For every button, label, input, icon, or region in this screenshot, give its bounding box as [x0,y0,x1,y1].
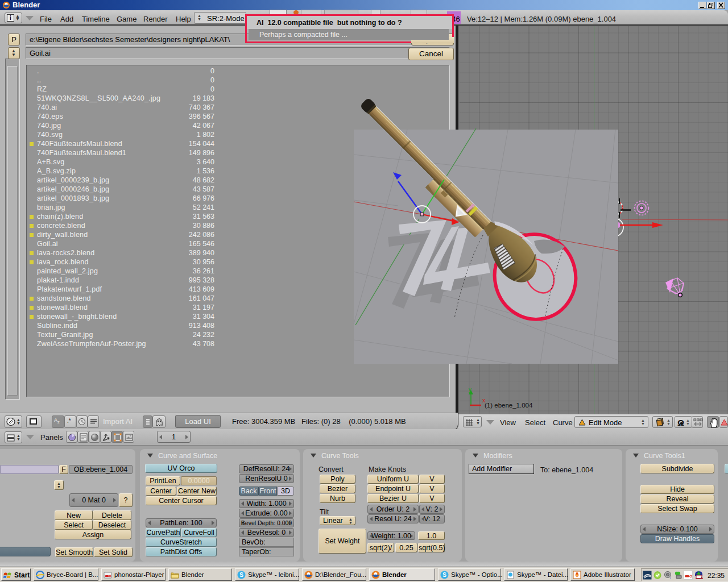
svg-text:S: S [239,572,243,578]
svg-text:y: y [469,386,471,393]
svg-text:S: S [442,572,446,578]
svg-text:(1) ebene_1.004: (1) ebene_1.004 [485,402,533,409]
